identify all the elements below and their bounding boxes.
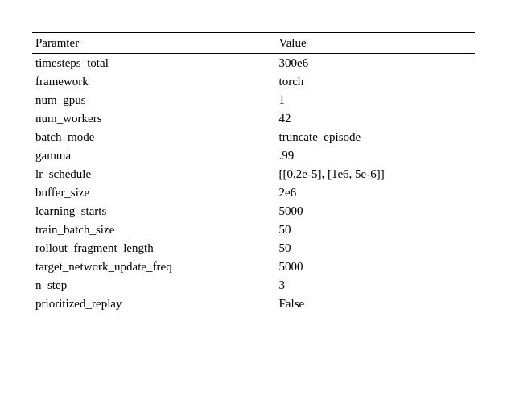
value-cell: 1 xyxy=(276,91,476,109)
params-table-container: Paramter Value timesteps_total300e6frame… xyxy=(32,32,475,315)
table-header-row: Paramter Value xyxy=(32,33,475,54)
value-cell: 3 xyxy=(276,276,476,294)
table-row: lr_schedule[[0,2e-5], [1e6, 5e-6]] xyxy=(32,165,475,183)
value-cell: truncate_episode xyxy=(276,128,476,146)
param-cell: target_network_update_freq xyxy=(32,257,276,276)
value-cell: torch xyxy=(276,72,476,91)
value-cell: 300e6 xyxy=(276,54,476,73)
table-row: num_gpus1 xyxy=(32,91,475,109)
table-row: prioritized_replayFalse xyxy=(32,294,475,315)
param-cell: framework xyxy=(32,72,276,91)
table-row: num_workers42 xyxy=(32,109,475,128)
param-cell: rollout_fragment_length xyxy=(32,239,276,257)
params-table: Paramter Value timesteps_total300e6frame… xyxy=(32,32,475,315)
value-column-header: Value xyxy=(276,33,476,54)
value-cell: 2e6 xyxy=(276,183,476,202)
value-cell: 42 xyxy=(276,109,476,128)
param-cell: gamma xyxy=(32,146,276,165)
table-row: batch_modetruncate_episode xyxy=(32,128,475,146)
value-cell: 5000 xyxy=(276,202,476,220)
param-cell: lr_schedule xyxy=(32,165,276,183)
value-cell: [[0,2e-5], [1e6, 5e-6]] xyxy=(276,165,476,183)
value-cell: .99 xyxy=(276,146,476,165)
value-cell: 50 xyxy=(276,220,476,239)
table-row: rollout_fragment_length50 xyxy=(32,239,475,257)
table-row: frameworktorch xyxy=(32,72,475,91)
table-row: learning_starts5000 xyxy=(32,202,475,220)
table-row: n_step3 xyxy=(32,276,475,294)
table-row: train_batch_size50 xyxy=(32,220,475,239)
table-row: gamma.99 xyxy=(32,146,475,165)
value-cell: 5000 xyxy=(276,257,476,276)
table-row: buffer_size2e6 xyxy=(32,183,475,202)
table-row: timesteps_total300e6 xyxy=(32,54,475,73)
param-cell: prioritized_replay xyxy=(32,294,276,315)
value-cell: 50 xyxy=(276,239,476,257)
param-cell: batch_mode xyxy=(32,128,276,146)
param-cell: num_gpus xyxy=(32,91,276,109)
param-cell: train_batch_size xyxy=(32,220,276,239)
param-cell: timesteps_total xyxy=(32,54,276,73)
param-cell: num_workers xyxy=(32,109,276,128)
param-cell: learning_starts xyxy=(32,202,276,220)
param-cell: buffer_size xyxy=(32,183,276,202)
param-column-header: Paramter xyxy=(32,33,276,54)
value-cell: False xyxy=(276,294,476,315)
param-cell: n_step xyxy=(32,276,276,294)
table-row: target_network_update_freq5000 xyxy=(32,257,475,276)
